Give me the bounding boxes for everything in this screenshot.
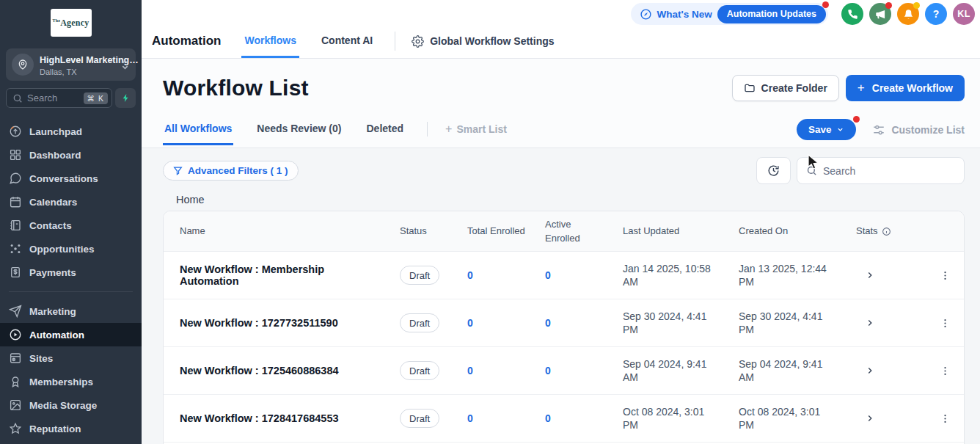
table-row[interactable]: New Workflow : 1727732511590 Draft 0 0 S… [164, 299, 964, 347]
sites-icon [9, 352, 22, 365]
memberships-icon [9, 375, 22, 388]
whats-new-button[interactable]: What's New Automation Updates [631, 3, 828, 25]
expand-chevrons-icon[interactable] [120, 59, 130, 70]
account-switcher[interactable]: HighLevel Marketing… Dallas, TX [6, 48, 136, 81]
kebab-menu-icon[interactable] [926, 365, 964, 376]
breadcrumb[interactable]: Home [176, 194, 965, 205]
sidebar-item-contacts[interactable]: Contacts [0, 214, 142, 237]
media-storage-icon [9, 398, 22, 412]
conversations-icon [9, 172, 22, 185]
marketing-icon [9, 305, 22, 318]
sidebar-divider [9, 291, 133, 292]
last-updated-value: Sep 04 2024, 9:41 AM [623, 357, 739, 384]
status-badge: Draft [400, 313, 439, 332]
active-enrolled-link[interactable]: 0 [545, 365, 623, 376]
col-stats: Stats [856, 224, 926, 239]
col-status: Status [400, 224, 467, 239]
funnel-icon [173, 166, 183, 175]
tab-workflows[interactable]: Workflows [241, 24, 299, 58]
list-search-input[interactable] [797, 157, 965, 184]
table-row[interactable]: New Workflow : 1725460886384 Draft 0 0 S… [164, 347, 964, 395]
workflow-name[interactable]: New Workflow : 1725460886384 [180, 365, 400, 376]
active-enrolled-link[interactable]: 0 [545, 412, 623, 424]
module-title: Automation [152, 34, 221, 48]
opportunities-icon [9, 242, 22, 255]
megaphone-button[interactable] [869, 3, 891, 25]
automation-updates-badge[interactable]: Automation Updates [717, 5, 826, 23]
notifications-bell-button[interactable] [897, 3, 919, 25]
payments-icon [9, 266, 22, 279]
workflow-name[interactable]: New Workflow : Membership Automation [180, 263, 400, 287]
sidebar-search-input[interactable]: Search ⌘ K [6, 88, 112, 108]
sidebar-item-conversations[interactable]: Conversations [0, 167, 142, 190]
kebab-menu-icon[interactable] [926, 318, 964, 329]
create-folder-button[interactable]: Create Folder [732, 75, 839, 101]
tab-deleted[interactable]: Deleted [365, 123, 405, 145]
total-enrolled-link[interactable]: 0 [467, 412, 545, 424]
kebab-menu-icon[interactable] [926, 270, 964, 281]
divider [427, 122, 428, 137]
location-pin-icon [12, 54, 34, 76]
search-icon [12, 93, 23, 103]
sidebar-item-sites[interactable]: Sites [0, 346, 142, 370]
table-row[interactable]: New Workflow : Membership Automation Dra… [164, 252, 964, 299]
sidebar-item-dashboard[interactable]: Dashboard [0, 143, 142, 167]
page-header-section: Workflow List Create Folder + Create Wor… [142, 59, 980, 148]
created-on-value: Sep 30 2024, 4:41 PM [739, 310, 856, 336]
workflow-name[interactable]: New Workflow : 1728417684553 [180, 412, 400, 424]
chevron-right-icon[interactable] [856, 318, 875, 328]
sidebar-item-marketing[interactable]: Marketing [0, 299, 142, 323]
sidebar-item-calendars[interactable]: Calendars [0, 190, 142, 214]
chevron-right-icon[interactable] [856, 365, 875, 376]
create-workflow-button[interactable]: + Create Workflow [846, 75, 965, 101]
active-enrolled-link[interactable]: 0 [545, 269, 623, 281]
launchpad-icon [9, 125, 22, 138]
smart-list-button: + Smart List [445, 123, 507, 145]
app-window: TheAgency HighLevel Marketing… Dallas, T… [0, 0, 980, 444]
created-on-value: Sep 04 2024, 9:41 AM [739, 357, 856, 384]
workflow-name[interactable]: New Workflow : 1727732511590 [180, 317, 400, 329]
col-active-enrolled: Active Enrolled [545, 217, 623, 246]
sidebar-item-memberships[interactable]: Memberships [0, 370, 142, 393]
advanced-filters-button[interactable]: Advanced Filters ( 1 ) [163, 161, 299, 181]
sidebar-item-launchpad[interactable]: Launchpad [0, 120, 142, 143]
chevron-right-icon[interactable] [856, 413, 875, 423]
sidebar-item-opportunities[interactable]: Opportunities [0, 237, 142, 261]
automation-icon [9, 328, 22, 341]
kebab-menu-icon[interactable] [926, 413, 964, 424]
global-workflow-settings-button[interactable]: Global Workflow Settings [412, 35, 554, 48]
ai-spark-button[interactable] [115, 88, 136, 108]
total-enrolled-link[interactable]: 0 [467, 365, 545, 376]
chevron-right-icon[interactable] [856, 270, 875, 280]
sidebar-item-reputation[interactable]: Reputation [0, 417, 142, 440]
sidebar: TheAgency HighLevel Marketing… Dallas, T… [0, 0, 142, 444]
table-row[interactable]: New Workflow : 1728417684553 Draft 0 0 O… [164, 395, 964, 443]
keyboard-shortcut-badge: ⌘ K [84, 92, 108, 104]
history-button[interactable] [756, 157, 791, 184]
save-button[interactable]: Save [797, 119, 857, 140]
col-last-updated: Last Updated [623, 224, 739, 239]
sidebar-nav: Launchpad Dashboard Conversations Calend… [0, 120, 142, 440]
created-on-value: Oct 08 2024, 3:01 PM [739, 405, 856, 432]
main-area: Automation Workflows Content AI Global W… [142, 0, 980, 444]
contacts-icon [9, 219, 22, 232]
active-enrolled-link[interactable]: 0 [545, 317, 623, 329]
total-enrolled-link[interactable]: 0 [467, 269, 545, 281]
sliders-icon [872, 123, 885, 137]
info-icon[interactable] [882, 227, 891, 236]
sidebar-item-payments[interactable]: Payments [0, 261, 142, 284]
col-name: Name [180, 224, 400, 239]
tab-needs-review[interactable]: Needs Review (0) [255, 123, 343, 145]
total-enrolled-link[interactable]: 0 [467, 317, 545, 329]
user-avatar[interactable]: KL [953, 3, 975, 25]
folder-icon [744, 82, 756, 94]
tab-content-ai[interactable]: Content AI [318, 24, 376, 58]
help-button[interactable]: ? [925, 3, 947, 25]
agency-logo-text: Agency [60, 18, 89, 28]
whats-new-icon [640, 8, 652, 21]
sidebar-item-automation[interactable]: Automation [0, 323, 142, 346]
tab-all-workflows[interactable]: All Workflows [163, 123, 233, 145]
sidebar-item-media-storage[interactable]: Media Storage [0, 393, 142, 417]
list-tabs: All Workflows Needs Review (0) Deleted +… [163, 119, 965, 148]
phone-button[interactable] [841, 3, 863, 25]
